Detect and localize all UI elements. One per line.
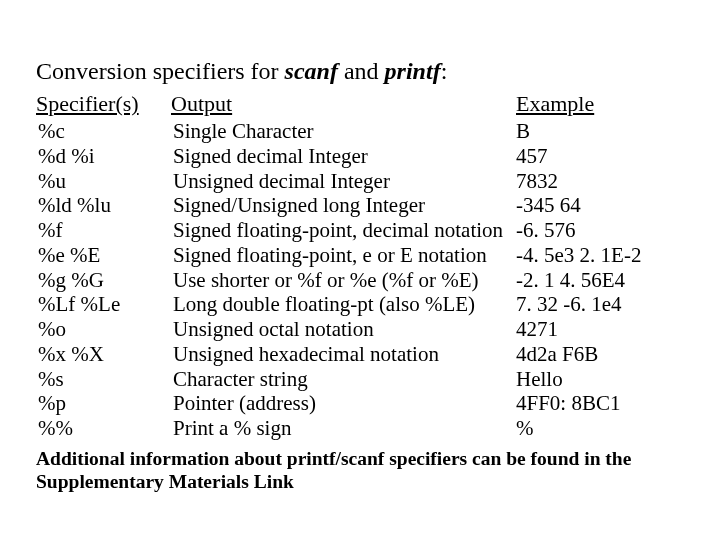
cell-output: Unsigned hexadecimal notation bbox=[173, 342, 510, 367]
column-headers: Specifier(s) Output Example bbox=[36, 91, 684, 117]
cell-output: Unsigned decimal Integer bbox=[173, 169, 510, 194]
table-row: %ld %luSigned/Unsigned long Integer-345 … bbox=[36, 193, 684, 218]
cell-output: Signed floating-point, e or E notation bbox=[173, 243, 510, 268]
cell-example: -345 64 bbox=[510, 193, 684, 218]
title-pre: Conversion specifiers for bbox=[36, 58, 285, 84]
table-row: %g %GUse shorter or %f or %e (%f or %E)-… bbox=[36, 268, 684, 293]
cell-example: B bbox=[510, 119, 684, 144]
table-row: %uUnsigned decimal Integer 7832 bbox=[36, 169, 684, 194]
cell-output: Unsigned octal notation bbox=[173, 317, 510, 342]
cell-example: % bbox=[510, 416, 684, 441]
rows-container: %cSingle Character B%d %iSigned decimal … bbox=[36, 119, 684, 441]
cell-example: 7. 32 -6. 1e4 bbox=[510, 292, 684, 317]
cell-specifier: %f bbox=[36, 218, 173, 243]
table-row: %e %ESigned floating-point, e or E notat… bbox=[36, 243, 684, 268]
cell-example: -4. 5e3 2. 1E-2 bbox=[510, 243, 684, 268]
cell-specifier: %p bbox=[36, 391, 173, 416]
title-line: Conversion specifiers for scanf and prin… bbox=[36, 58, 684, 85]
table-row: %sCharacter string Hello bbox=[36, 367, 684, 392]
cell-specifier: %e %E bbox=[36, 243, 173, 268]
cell-output: Signed/Unsigned long Integer bbox=[173, 193, 510, 218]
cell-specifier: %g %G bbox=[36, 268, 173, 293]
table-row: %oUnsigned octal notation 4271 bbox=[36, 317, 684, 342]
table-row: %cSingle Character B bbox=[36, 119, 684, 144]
table-row: %Lf %LeLong double floating-pt (also %LE… bbox=[36, 292, 684, 317]
cell-example: 4d2a F6B bbox=[510, 342, 684, 367]
footer-note: Additional information about printf/scan… bbox=[36, 447, 684, 494]
cell-specifier: %ld %lu bbox=[36, 193, 173, 218]
header-specifier: Specifier(s) bbox=[36, 91, 139, 116]
cell-specifier: %Lf %Le bbox=[36, 292, 173, 317]
header-output: Output bbox=[171, 91, 232, 116]
cell-output: Signed floating-point, decimal notation bbox=[173, 218, 510, 243]
cell-specifier: %d %i bbox=[36, 144, 173, 169]
header-example: Example bbox=[516, 91, 594, 116]
cell-output: Signed decimal Integer bbox=[173, 144, 510, 169]
cell-example: Hello bbox=[510, 367, 684, 392]
table-row: %fSigned floating-point, decimal notatio… bbox=[36, 218, 684, 243]
cell-example: -2. 1 4. 56E4 bbox=[510, 268, 684, 293]
cell-output: Long double floating-pt (also %LE) bbox=[173, 292, 510, 317]
cell-output: Single Character bbox=[173, 119, 510, 144]
title-post: : bbox=[441, 58, 448, 84]
title-mid: and bbox=[338, 58, 385, 84]
table-row: %pPointer (address) 4FF0: 8BC1 bbox=[36, 391, 684, 416]
cell-specifier: %x %X bbox=[36, 342, 173, 367]
cell-specifier: %% bbox=[36, 416, 173, 441]
cell-specifier: %u bbox=[36, 169, 173, 194]
keyword-scanf: scanf bbox=[285, 58, 338, 84]
cell-specifier: %o bbox=[36, 317, 173, 342]
table-row: %d %iSigned decimal Integer 457 bbox=[36, 144, 684, 169]
cell-example: 457 bbox=[510, 144, 684, 169]
cell-output: Print a % sign bbox=[173, 416, 510, 441]
table-row: %%Print a % sign % bbox=[36, 416, 684, 441]
cell-specifier: %s bbox=[36, 367, 173, 392]
cell-example: 4271 bbox=[510, 317, 684, 342]
cell-example: 7832 bbox=[510, 169, 684, 194]
slide-content: Conversion specifiers for scanf and prin… bbox=[0, 0, 720, 494]
table-row: %x %XUnsigned hexadecimal notation 4d2a … bbox=[36, 342, 684, 367]
cell-output: Pointer (address) bbox=[173, 391, 510, 416]
cell-output: Use shorter or %f or %e (%f or %E) bbox=[173, 268, 510, 293]
cell-example: 4FF0: 8BC1 bbox=[510, 391, 684, 416]
cell-output: Character string bbox=[173, 367, 510, 392]
cell-example: -6. 576 bbox=[510, 218, 684, 243]
cell-specifier: %c bbox=[36, 119, 173, 144]
keyword-printf: printf bbox=[385, 58, 441, 84]
